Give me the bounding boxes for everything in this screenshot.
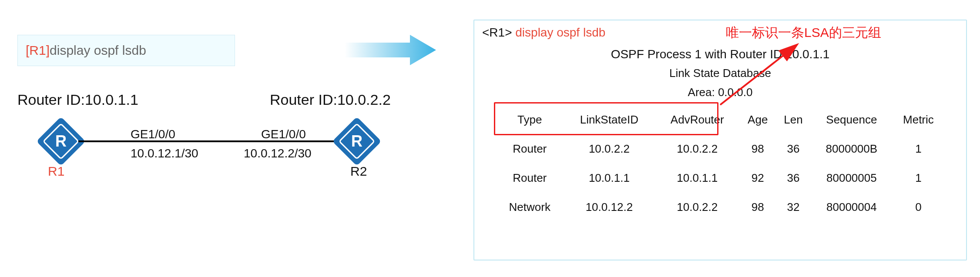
flow-arrow-icon xyxy=(345,35,436,65)
cell-type: Network xyxy=(496,193,564,222)
col-age: Age xyxy=(739,105,776,134)
output-panel: <R1> display ospf lsdb OSPF Process 1 wi… xyxy=(473,20,967,260)
col-seq: Sequence xyxy=(811,105,893,134)
output-command: <R1> display ospf lsdb xyxy=(482,26,605,40)
ospf-process-line: OSPF Process 1 with Router ID 10.0.1.1 xyxy=(474,47,966,61)
cell-ls: 10.0.1.1 xyxy=(564,164,655,193)
ip-r2: 10.0.12.2/30 xyxy=(244,147,312,160)
router-label-r2: R2 xyxy=(350,164,367,179)
table-header-row: Type LinkStateID AdvRouter Age Len Seque… xyxy=(496,105,944,134)
cell-adv: 10.0.2.2 xyxy=(655,193,739,222)
lsdb-title: Link State Database xyxy=(474,67,966,80)
command-text: display ospf lsdb xyxy=(50,43,146,58)
col-metric: Metric xyxy=(893,105,944,134)
ip-r1: 10.0.12.1/30 xyxy=(131,147,198,160)
area-line: Area: 0.0.0.0 xyxy=(474,86,966,99)
table-row: Network 10.0.12.2 10.0.2.2 98 32 8000000… xyxy=(496,193,944,222)
cell-ls: 10.0.12.2 xyxy=(564,193,655,222)
col-adv: AdvRouter xyxy=(655,105,739,134)
router-r2-icon: R xyxy=(339,124,374,159)
cell-age: 98 xyxy=(739,134,776,164)
output-cmd: display ospf lsdb xyxy=(512,26,606,39)
router-label-r1: R1 xyxy=(48,164,64,179)
col-type: Type xyxy=(496,105,564,134)
cell-ls: 10.0.2.2 xyxy=(564,134,655,164)
command-prompt: [R1] xyxy=(26,43,50,58)
cell-metric: 0 xyxy=(893,193,944,222)
cell-len: 36 xyxy=(776,164,811,193)
cell-metric: 1 xyxy=(893,134,944,164)
router-r1-icon: R xyxy=(44,124,78,159)
cell-len: 36 xyxy=(776,134,811,164)
cell-age: 98 xyxy=(739,193,776,222)
cell-type: Router xyxy=(496,134,564,164)
table-row: Router 10.0.2.2 10.0.2.2 98 36 8000000B … xyxy=(496,134,944,164)
cell-metric: 1 xyxy=(893,164,944,193)
interface-r2: GE1/0/0 xyxy=(261,127,306,141)
cell-seq: 80000004 xyxy=(811,193,893,222)
lsdb-table: Type LinkStateID AdvRouter Age Len Seque… xyxy=(496,105,944,222)
col-len: Len xyxy=(776,105,811,134)
router-glyph: R xyxy=(339,124,374,159)
router-id-r1: Router ID:10.0.1.1 xyxy=(17,91,138,108)
callout-text: 唯一标识一条LSA的三元组 xyxy=(726,24,881,42)
cell-len: 32 xyxy=(776,193,811,222)
table-row: Router 10.0.1.1 10.0.1.1 92 36 80000005 … xyxy=(496,164,944,193)
col-ls: LinkStateID xyxy=(564,105,655,134)
svg-marker-0 xyxy=(345,35,436,65)
router-id-r2: Router ID:10.0.2.2 xyxy=(270,91,391,108)
cell-adv: 10.0.1.1 xyxy=(655,164,739,193)
cell-adv: 10.0.2.2 xyxy=(655,134,739,164)
cell-age: 92 xyxy=(739,164,776,193)
interface-r1: GE1/0/0 xyxy=(131,127,175,141)
cell-seq: 80000005 xyxy=(811,164,893,193)
command-box: [R1] display ospf lsdb xyxy=(17,35,235,66)
output-prompt: <R1> xyxy=(482,26,512,39)
topology-diagram: R R GE1/0/0 GE1/0/0 10.0.12.1/30 10.0.12… xyxy=(44,124,374,194)
cell-seq: 8000000B xyxy=(811,134,893,164)
router-glyph: R xyxy=(44,124,78,159)
cell-type: Router xyxy=(496,164,564,193)
